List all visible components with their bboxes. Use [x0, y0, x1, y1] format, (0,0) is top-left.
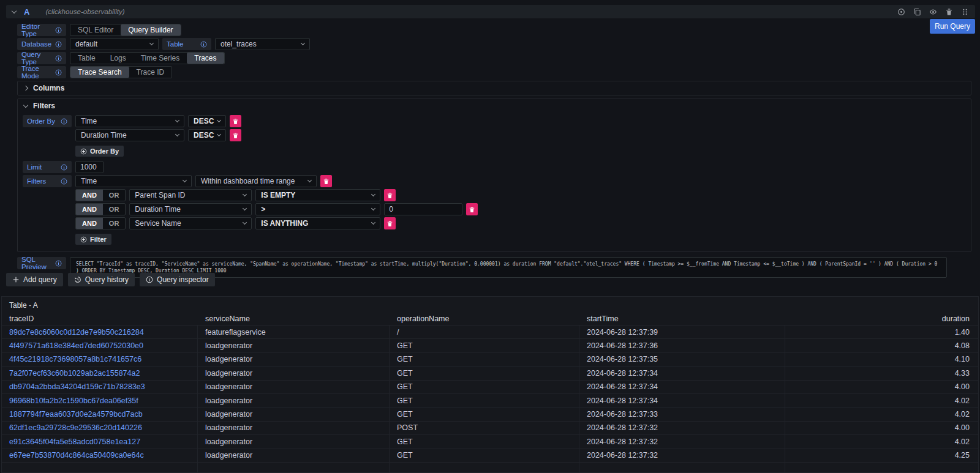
- join-or-option[interactable]: OR: [103, 190, 126, 201]
- service-name-cell: loadgenerator: [198, 339, 390, 352]
- filter-operator-select[interactable]: IS EMPTY: [255, 189, 380, 201]
- duplicate-query-icon[interactable]: [913, 8, 921, 16]
- duration-cell: 4.00: [785, 381, 978, 393]
- duration-cell: 4.33: [785, 367, 978, 379]
- collapse-query-icon[interactable]: [12, 8, 17, 13]
- service-name-cell: loadgenerator: [198, 367, 390, 379]
- column-header-servicename[interactable]: serviceName: [198, 315, 390, 323]
- columns-section-header[interactable]: Columns: [18, 81, 971, 95]
- trace-id-link[interactable]: 7a2f07ecf63c60b1029ab2ac155874a2: [9, 369, 140, 378]
- trace-id-link[interactable]: 89dc7e8c6060c0d12de7e9b50c216284: [9, 328, 144, 337]
- remove-query-trash-icon[interactable]: [945, 8, 953, 16]
- table-row: e91c3645f04fa5e58adcd0758e1ea127 loadgen…: [2, 434, 978, 448]
- info-circle-icon[interactable]: [55, 69, 62, 76]
- remove-filter-button[interactable]: [384, 189, 396, 201]
- info-circle-icon[interactable]: [61, 164, 67, 171]
- filter-operator-select[interactable]: >: [255, 203, 380, 215]
- filter-field-select[interactable]: Service Name: [129, 217, 252, 229]
- info-circle-icon[interactable]: [55, 41, 62, 48]
- join-and-option[interactable]: AND: [76, 218, 103, 229]
- service-name-cell: [198, 463, 390, 473]
- table-select[interactable]: otel_traces: [215, 38, 310, 50]
- trace-id-link[interactable]: e67ee7b53870d4c864ca50409ca0e64c: [9, 451, 144, 460]
- chevron-right-icon: [23, 86, 28, 91]
- datasource-name: (clickhouse-observability): [45, 8, 124, 15]
- table-panel: Table - A traceID serviceName operationN…: [1, 296, 979, 473]
- limit-input[interactable]: [75, 161, 104, 173]
- chevron-down-icon: [183, 178, 187, 182]
- query-type-option-logs[interactable]: Logs: [103, 53, 134, 64]
- info-circle-icon[interactable]: [61, 178, 67, 185]
- help-circle-icon[interactable]: [897, 8, 905, 16]
- table-row: 4f45c21918c73698057a8b1c741657c6 loadgen…: [2, 352, 978, 366]
- order-by-direction-select[interactable]: DESC: [188, 129, 226, 141]
- editor-type-option-query-builder[interactable]: Query Builder: [121, 24, 180, 35]
- trace-id-link[interactable]: 4f497571a618e384ed7ded60752030e0: [9, 341, 143, 350]
- trace-mode-label: Trace Mode: [17, 66, 66, 78]
- service-name-cell: loadgenerator: [198, 422, 390, 434]
- info-circle-icon[interactable]: [55, 55, 62, 62]
- trace-id-link[interactable]: 62df1ec9a29728c9e29536c20d140226: [9, 423, 142, 432]
- trace-mode-option-trace-id[interactable]: Trace ID: [129, 67, 172, 78]
- chevron-down-icon: [243, 220, 247, 225]
- query-history-button[interactable]: Query history: [68, 273, 135, 286]
- filter-field-select[interactable]: Parent Span ID: [129, 189, 252, 201]
- query-type-option-time-series[interactable]: Time Series: [134, 53, 187, 64]
- join-or-option[interactable]: OR: [103, 204, 126, 215]
- chevron-down-icon: [371, 192, 375, 196]
- query-inspector-button[interactable]: Query inspector: [140, 273, 215, 286]
- order-by-field-select[interactable]: Time: [75, 115, 184, 127]
- chevron-down-icon: [371, 220, 375, 225]
- editor-type-option-sql-editor[interactable]: SQL Editor: [70, 24, 121, 35]
- column-header-traceid[interactable]: traceID: [2, 315, 198, 323]
- add-query-button[interactable]: Add query: [6, 273, 63, 286]
- join-and-option[interactable]: AND: [76, 204, 103, 215]
- info-circle-icon[interactable]: [55, 260, 62, 267]
- table-body: 89dc7e8c6060c0d12de7e9b50c216284 feature…: [2, 325, 978, 473]
- table-row-partial: [2, 462, 978, 473]
- filter-field-select[interactable]: Duration Time: [129, 203, 252, 215]
- column-header-duration[interactable]: duration: [785, 315, 978, 323]
- query-type-option-table[interactable]: Table: [70, 53, 103, 64]
- trace-id-link[interactable]: 96968b10fa2b2c1590bc67dea06ef35f: [9, 397, 138, 405]
- remove-order-by-button[interactable]: [230, 115, 241, 127]
- filters-section-header[interactable]: Filters: [18, 99, 971, 113]
- duration-cell: 4.02: [785, 435, 978, 448]
- info-circle-icon[interactable]: [61, 118, 67, 125]
- add-filter-button[interactable]: Filter: [75, 234, 111, 245]
- filter-value-input[interactable]: [384, 203, 462, 215]
- remove-filter-button[interactable]: [466, 203, 478, 215]
- start-time-cell: 2024-06-28 12:37:36: [579, 339, 785, 352]
- info-circle-icon[interactable]: [55, 27, 62, 34]
- hide-response-eye-icon[interactable]: [929, 8, 937, 16]
- drag-handle-icon[interactable]: [961, 8, 969, 16]
- info-circle-icon[interactable]: [200, 41, 207, 48]
- filter-field-select[interactable]: Time: [75, 175, 192, 187]
- query-type-option-traces[interactable]: Traces: [187, 53, 224, 64]
- remove-filter-button[interactable]: [384, 217, 396, 229]
- order-by-direction-select[interactable]: DESC: [188, 115, 226, 127]
- order-by-field-select[interactable]: Duration Time: [75, 129, 184, 141]
- start-time-cell: 2024-06-28 12:37:34: [579, 367, 785, 379]
- database-select[interactable]: default: [70, 38, 159, 50]
- trace-mode-option-trace-search[interactable]: Trace Search: [70, 67, 129, 78]
- chevron-down-icon: [307, 178, 312, 182]
- column-header-operationname[interactable]: operationName: [390, 315, 579, 323]
- add-order-by-button[interactable]: Order By: [75, 146, 124, 157]
- filter-operator-select[interactable]: Within dashboard time range: [195, 175, 317, 187]
- limit-label: Limit: [23, 161, 72, 173]
- remove-order-by-button[interactable]: [230, 129, 241, 141]
- table-row: 4f497571a618e384ed7ded60752030e0 loadgen…: [2, 338, 978, 352]
- join-and-option[interactable]: AND: [76, 190, 103, 201]
- column-header-starttime[interactable]: startTime: [579, 315, 785, 323]
- trace-id-link[interactable]: 4f45c21918c73698057a8b1c741657c6: [9, 355, 141, 363]
- chevron-down-icon: [301, 41, 305, 45]
- service-name-cell: loadgenerator: [198, 381, 390, 393]
- join-or-option[interactable]: OR: [103, 218, 126, 229]
- filter-operator-select[interactable]: IS ANYTHING: [255, 217, 380, 229]
- trace-id-link[interactable]: 1887794f7eaa6037d0e2a4579bcd7acb: [9, 410, 143, 419]
- remove-filter-button[interactable]: [320, 175, 332, 187]
- query-row-header[interactable]: A (clickhouse-observability): [6, 5, 975, 18]
- trace-id-link[interactable]: e91c3645f04fa5e58adcd0758e1ea127: [9, 438, 140, 446]
- trace-id-link[interactable]: db9704a2bbda34204d159c71b78283e3: [9, 382, 145, 391]
